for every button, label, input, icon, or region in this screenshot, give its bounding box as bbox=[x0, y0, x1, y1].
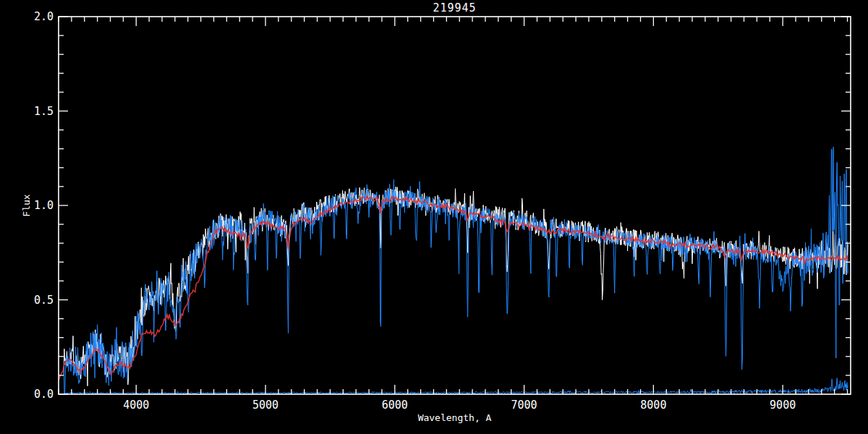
svg-text:5000: 5000 bbox=[252, 399, 278, 412]
svg-text:4000: 4000 bbox=[123, 399, 149, 412]
svg-text:7000: 7000 bbox=[511, 399, 537, 412]
svg-text:8000: 8000 bbox=[640, 399, 666, 412]
svg-text:6000: 6000 bbox=[382, 399, 408, 412]
svg-text:1.0: 1.0 bbox=[34, 199, 54, 212]
svg-text:0.5: 0.5 bbox=[34, 294, 54, 307]
svg-text:9000: 9000 bbox=[770, 399, 796, 412]
chart-title: 219945 bbox=[59, 1, 851, 14]
plot-canvas: 4000500060007000800090000.00.51.01.52.0 bbox=[0, 0, 868, 434]
x-axis-label: Wavelength, A bbox=[59, 412, 851, 423]
svg-text:1.5: 1.5 bbox=[34, 105, 54, 118]
y-axis-label: Flux bbox=[21, 194, 32, 216]
spectrum-chart: 4000500060007000800090000.00.51.01.52.0 … bbox=[0, 0, 868, 434]
svg-text:0.0: 0.0 bbox=[34, 388, 54, 401]
svg-text:2.0: 2.0 bbox=[34, 10, 54, 23]
